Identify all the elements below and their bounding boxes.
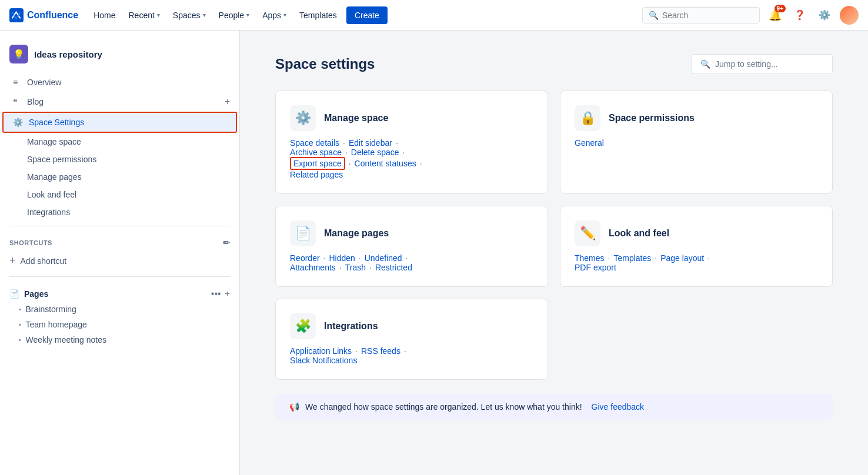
sidebar-sub-integrations[interactable]: Integrations [0,203,239,221]
sidebar-item-label: Blog [27,97,44,106]
card-title-manage-pages: Manage pages [324,228,389,239]
shortcuts-section-header: SHORTCUTS ✏ [0,231,239,250]
logo-text: Confluence [27,10,78,21]
card-icon-manage-space: ⚙️ [290,105,316,131]
card-space-permissions: 🔒 Space permissions General [560,91,833,194]
card-links-manage-space: Space details · Edit sidebar · Archive s… [290,138,533,179]
card-icon-manage-pages: 📄 [290,220,316,246]
page-header: Space settings 🔍 Jump to setting... [275,54,833,74]
link-content-statuses[interactable]: Content statuses [355,159,416,168]
edit-shortcuts-icon[interactable]: ✏ [223,238,231,247]
chevron-down-icon: ▾ [246,12,249,18]
card-title-space-permissions: Space permissions [609,113,695,123]
card-icon-space-permissions: 🔒 [575,105,600,131]
card-links-manage-pages: Reorder · Hidden · Undefined · Attachmen… [290,253,533,272]
sidebar-sub-manage-space[interactable]: Manage space [0,133,239,150]
card-title-manage-space: Manage space [324,113,388,123]
megaphone-icon: 📢 [289,402,299,412]
layout: 💡 Ideas repository ≡ Overview ❝ Blog + ⚙… [0,31,868,475]
card-icon-look-and-feel: ✏️ [575,220,600,246]
pages-actions: ••• + [211,289,230,299]
link-undefined[interactable]: Undefined [365,253,402,263]
add-blog-icon[interactable]: + [225,96,230,107]
blog-icon: ❝ [9,97,21,106]
link-application-links[interactable]: Application Links [290,346,352,356]
nav-spaces[interactable]: Spaces▾ [167,7,212,24]
link-edit-sidebar[interactable]: Edit sidebar [349,138,392,148]
chevron-down-icon: ▾ [203,12,206,18]
plus-icon: + [9,255,16,267]
nav-apps[interactable]: Apps▾ [256,7,292,24]
bullet-icon: • [19,322,21,328]
link-export-space[interactable]: Export space [290,157,345,170]
more-pages-icon[interactable]: ••• [211,289,221,299]
link-related-pages[interactable]: Related pages [290,170,343,179]
nav-home[interactable]: Home [88,7,121,24]
page-title: Space settings [275,56,375,72]
pages-title: 📄 Pages [9,289,48,299]
link-templates[interactable]: Templates [613,253,651,263]
card-header: ⚙️ Manage space [290,105,533,131]
add-shortcut-button[interactable]: + Add shortcut [0,250,239,272]
jump-to-setting-input[interactable]: 🔍 Jump to setting... [692,54,833,74]
svg-rect-0 [9,8,24,22]
pages-icon: 📄 [9,289,19,299]
pages-section-header: 📄 Pages ••• + [0,282,239,302]
search-icon: 🔍 [649,11,659,20]
link-pdf-export[interactable]: PDF export [575,263,616,272]
link-attachments[interactable]: Attachments [290,263,336,272]
search-box[interactable]: 🔍 [642,7,760,24]
divider [9,276,230,277]
link-general[interactable]: General [575,138,604,148]
search-input[interactable] [662,11,745,20]
logo[interactable]: Confluence [9,8,78,22]
jump-placeholder: Jump to setting... [715,59,778,69]
card-title-integrations: Integrations [324,321,378,332]
link-themes[interactable]: Themes [575,253,605,263]
space-icon: 💡 [9,45,28,63]
link-trash[interactable]: Trash [345,263,366,272]
sidebar-sub-space-permissions[interactable]: Space permissions [0,150,239,168]
link-delete-space[interactable]: Delete space [351,148,399,157]
settings-button[interactable]: ⚙️ [815,6,834,25]
sidebar-item-overview[interactable]: ≡ Overview [0,73,239,92]
overview-icon: ≡ [9,78,21,87]
link-page-layout[interactable]: Page layout [660,253,704,263]
link-reorder[interactable]: Reorder [290,253,320,263]
avatar[interactable] [840,6,859,25]
topnav-right: 🔍 🔔 9+ ❓ ⚙️ [642,6,859,25]
page-item-weekly-meeting-notes[interactable]: • Weekly meeting notes [0,332,239,347]
give-feedback-link[interactable]: Give feedback [592,402,645,412]
link-restricted[interactable]: Restricted [375,263,412,272]
link-space-details[interactable]: Space details [290,138,339,148]
gear-icon: ⚙️ [13,118,23,127]
card-manage-space: ⚙️ Manage space Space details · Edit sid… [275,91,548,194]
sidebar-item-blog[interactable]: ❝ Blog + [0,92,239,112]
divider [9,226,230,226]
sidebar-item-space-settings[interactable]: ⚙️ Space Settings [2,112,237,133]
link-rss-feeds[interactable]: RSS feeds [361,346,400,356]
settings-cards-grid: ⚙️ Manage space Space details · Edit sid… [275,91,833,380]
nav-people[interactable]: People▾ [213,7,256,24]
nav-recent[interactable]: Recent▾ [122,7,165,24]
card-header: 📄 Manage pages [290,220,533,246]
page-item-brainstorming[interactable]: • Brainstorming [0,302,239,317]
add-page-icon[interactable]: + [225,289,230,299]
page-item-team-homepage[interactable]: • Team homepage [0,317,239,332]
notifications-button[interactable]: 🔔 9+ [766,6,784,25]
sidebar-header: 💡 Ideas repository [0,40,239,73]
link-archive-space[interactable]: Archive space [290,148,342,157]
nav-templates[interactable]: Templates [293,7,343,24]
create-button[interactable]: Create [346,6,388,24]
feedback-banner: 📢 We changed how space settings are orga… [275,394,833,420]
sidebar-sub-look-and-feel[interactable]: Look and feel [0,186,239,203]
bullet-icon: • [19,306,21,313]
sidebar-sub-manage-pages[interactable]: Manage pages [0,168,239,186]
main-nav: Home Recent▾ Spaces▾ People▾ Apps▾ Templ… [88,6,637,24]
card-links-integrations: Application Links · RSS feeds · Slack No… [290,346,533,365]
help-button[interactable]: ❓ [790,6,809,25]
link-slack-notifications[interactable]: Slack Notifications [290,356,357,365]
sidebar-item-label: Overview [27,78,61,87]
card-links-space-permissions: General [575,138,818,148]
link-hidden[interactable]: Hidden [329,253,355,263]
